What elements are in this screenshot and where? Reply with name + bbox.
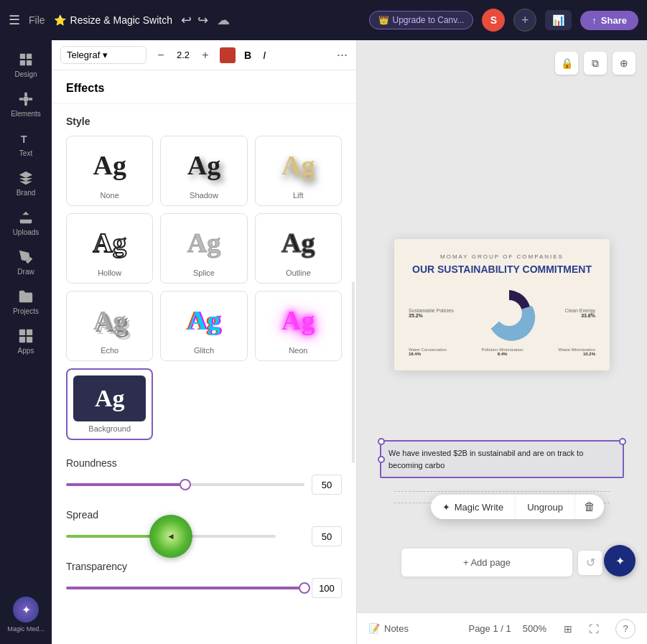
user-avatar[interactable]: S	[482, 9, 505, 32]
handle-left[interactable]	[378, 456, 385, 463]
style-outline-card[interactable]: Ag Outline	[255, 213, 342, 284]
chart-bottom-labels: Water Conservation18.4% Pollution Minimi…	[409, 347, 595, 356]
share-button[interactable]: ↑ Share	[580, 11, 638, 30]
font-color-picker[interactable]	[220, 47, 236, 63]
font-selector[interactable]: Telegraf ▾	[60, 46, 146, 64]
handle-top-right[interactable]	[619, 438, 626, 445]
style-lift-card[interactable]: Ag Lift	[255, 136, 342, 206]
fullscreen-button[interactable]: ⛶	[584, 619, 604, 639]
sidebar-item-text[interactable]: T Text	[3, 125, 49, 163]
transparency-thumb[interactable]	[299, 582, 310, 594]
magic-write-popup: ✦ Magic Write Ungroup 🗑	[431, 495, 604, 519]
analytics-button[interactable]: 📊	[545, 10, 572, 30]
refresh-icon[interactable]: ↺	[578, 551, 602, 575]
grid-view-button[interactable]: ⊞	[558, 619, 578, 639]
lock-button[interactable]: 🔒	[555, 52, 578, 75]
page-info: Page 1 / 1	[468, 623, 511, 634]
spread-slider[interactable]: ◄	[66, 535, 276, 538]
magic-circle-button[interactable]: ✦	[604, 545, 636, 577]
sidebar-uploads-label: Uploads	[13, 228, 39, 236]
roundness-slider-row: 50	[66, 475, 342, 495]
style-shadow-label: Shadow	[190, 191, 218, 200]
font-size-increase[interactable]: +	[197, 47, 214, 64]
style-shadow-card[interactable]: Ag Shadow	[160, 136, 247, 206]
transparency-value[interactable]: 100	[312, 578, 342, 598]
undo-button[interactable]: ↩	[181, 12, 192, 28]
delete-button[interactable]: 🗑	[574, 495, 604, 519]
expand-button[interactable]: ⊕	[613, 52, 636, 75]
canvas-workspace[interactable]: 🔒 ⧉ ⊕ MOMAY GROUP OF COMPANIES OUR SUSTA…	[357, 40, 647, 612]
style-none-preview: Ag	[73, 142, 146, 188]
sidebar-brand-label: Brand	[17, 189, 36, 197]
sidebar-draw-label: Draw	[17, 268, 34, 276]
zoom-level[interactable]: 500%	[523, 623, 546, 634]
ungroup-label: Ungroup	[527, 502, 563, 513]
transparency-slider[interactable]	[66, 587, 304, 589]
italic-button[interactable]: I	[260, 48, 269, 62]
style-splice-card[interactable]: Ag Splice	[160, 213, 247, 284]
add-page-button[interactable]: + Add page	[401, 549, 572, 577]
roundness-slider[interactable]	[66, 483, 304, 486]
svg-rect-14	[27, 337, 32, 342]
doc-title-text: OUR SUSTAINABILITY COMMITMENT	[409, 263, 595, 276]
effects-title: Effects	[52, 70, 356, 104]
sidebar-item-brand[interactable]: Brand	[3, 164, 49, 202]
upgrade-crown-icon: 👑	[378, 15, 389, 25]
copy-button[interactable]: ⧉	[584, 52, 607, 75]
roundness-thumb[interactable]	[180, 479, 191, 490]
roundness-label: Roundness	[66, 457, 342, 469]
label-sustainable: Sustainable Policies35.2%	[409, 308, 454, 318]
style-background-label: Background	[88, 424, 131, 433]
plus-button[interactable]: +	[513, 9, 536, 32]
style-hollow-card[interactable]: Ag Hollow	[66, 213, 153, 284]
file-button[interactable]: File	[29, 14, 45, 26]
sidebar-item-draw[interactable]: Draw	[3, 243, 49, 281]
text-selection-area[interactable]: We have invested $2B in sustainabil and …	[380, 440, 624, 478]
svg-rect-7	[24, 93, 27, 97]
font-size-decrease[interactable]: −	[152, 47, 169, 64]
upgrade-button[interactable]: 👑 Upgrade to Canv...	[369, 11, 474, 29]
sidebar-design-label: Design	[14, 70, 37, 78]
bold-button[interactable]: B	[241, 48, 254, 62]
svg-rect-1	[27, 54, 32, 59]
share-label: Share	[601, 15, 627, 26]
notes-button[interactable]: 📝 Notes	[368, 623, 409, 634]
magic-write-button[interactable]: ✦ Magic Write	[431, 496, 515, 518]
sidebar-item-elements[interactable]: Elements	[3, 85, 49, 123]
spread-section: Spread ◄ 50	[66, 509, 342, 546]
sidebar-item-apps[interactable]: Apps	[3, 322, 49, 360]
style-echo-card[interactable]: Ag Echo	[66, 291, 153, 361]
style-glitch-preview: Ag	[167, 297, 241, 343]
font-more-button[interactable]: ···	[337, 47, 348, 62]
label-water: Water Conservation18.4%	[409, 347, 447, 356]
selected-text: We have invested $2B in sustainabil and …	[388, 449, 583, 470]
cloud-button[interactable]: ☁	[217, 12, 230, 28]
sidebar-item-projects[interactable]: Projects	[3, 283, 49, 321]
style-neon-card[interactable]: Ag Neon	[255, 291, 342, 361]
chart-row: Sustainable Policies35.2%	[409, 284, 595, 342]
ungroup-button[interactable]: Ungroup	[515, 496, 574, 518]
sidebar-item-magic[interactable]: ✦ Magic Med...	[3, 591, 49, 638]
trash-icon: 🗑	[584, 500, 595, 513]
spread-thumb-arrow: ◄	[167, 531, 175, 541]
svg-rect-8	[24, 102, 27, 106]
style-echo-preview: Ag	[73, 297, 146, 343]
style-background-card[interactable]: Ag Background	[66, 368, 153, 440]
style-glitch-card[interactable]: Ag Glitch	[160, 291, 247, 361]
spread-value[interactable]: 50	[312, 526, 342, 546]
roundness-value[interactable]: 50	[312, 475, 342, 495]
handle-top-left[interactable]	[378, 438, 385, 445]
help-button[interactable]: ?	[615, 619, 636, 639]
svg-point-15	[496, 300, 522, 326]
sidebar-item-uploads[interactable]: Uploads	[3, 204, 49, 242]
spread-thumb-big[interactable]: ◄	[149, 515, 192, 558]
redo-button[interactable]: ↪	[197, 12, 208, 28]
spread-label: Spread	[66, 509, 342, 521]
share-icon: ↑	[592, 15, 597, 26]
sidebar-item-design[interactable]: Design	[3, 46, 49, 84]
menu-icon[interactable]: ☰	[9, 12, 20, 28]
effects-scrollbar	[352, 281, 355, 462]
label-pollution: Pollution Minimization8.4%	[481, 347, 523, 356]
style-none-card[interactable]: Ag None	[66, 136, 153, 206]
font-size-control: − 2.2 +	[152, 47, 214, 64]
